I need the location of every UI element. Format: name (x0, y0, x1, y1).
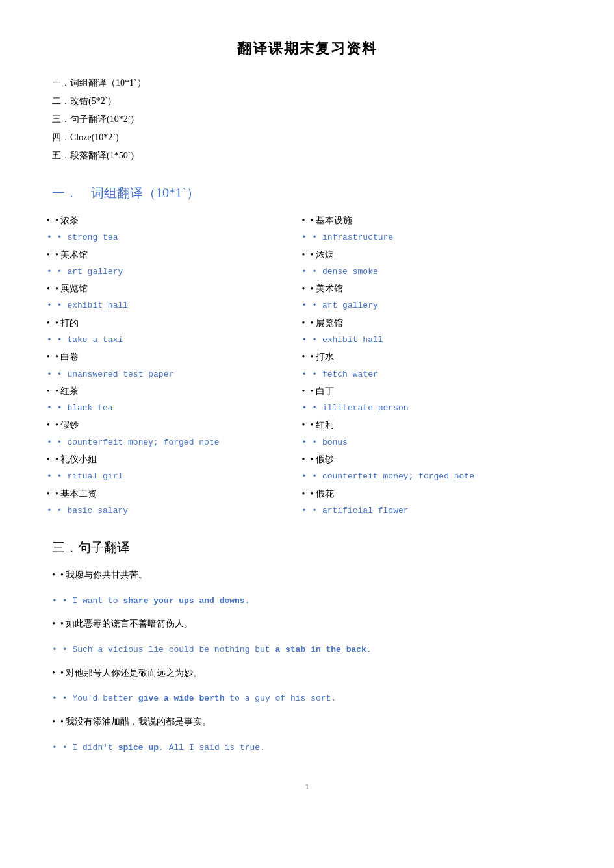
vocab-cn-item: • 白丁 (302, 383, 550, 399)
vocab-cn-item: • 红茶 (47, 383, 294, 399)
vocab-cn-item: • 浓茶 (47, 212, 294, 229)
vocab-cn-item: • 白卷 (47, 349, 294, 365)
sentence-cn-item: • 我愿与你共甘共苦。 (52, 567, 562, 584)
vocab-cn-item: • 打水 (302, 349, 550, 365)
vocab-cn-item: • 展览馆 (302, 315, 550, 331)
vocab-cn-item: • 浓烟 (302, 247, 550, 263)
vocab-en-item: • strong tea (47, 230, 294, 245)
vocab-cn-item: • 礼仪小姐 (47, 451, 294, 467)
page-title: 翻译课期末复习资料 (52, 39, 562, 58)
page-number: 1 (52, 782, 562, 792)
vocab-cn-item: • 基本工资 (47, 486, 294, 502)
section3: 三．句子翻译 • 我愿与你共甘共苦。• I want to share your… (52, 539, 562, 756)
vocab-en-item: • fetch water (302, 367, 550, 382)
vocab-cn-item: • 美术馆 (302, 280, 550, 297)
sentence-cn-item: • 如此恶毒的谎言不善暗箭伤人。 (52, 615, 562, 633)
vocab-en-item: • take a taxi (47, 332, 294, 347)
toc-item-4: 四．Cloze(10*2`) (52, 129, 562, 147)
sentence-highlight: share your ups and downs (123, 596, 244, 606)
vocab-cn-item: • 假钞 (47, 417, 294, 433)
sentence-highlight: give a wide berth (138, 693, 225, 703)
vocab-cn-item: • 假花 (302, 486, 550, 502)
section3-heading: 三．句子翻译 (52, 539, 562, 556)
vocab-en-item: • art gallery (302, 298, 550, 313)
toc-item-3: 三．句子翻译(10*2`) (52, 110, 562, 129)
sentence-highlight: a stab in the back (275, 645, 366, 654)
vocab-en-item: • counterfeit money; forged note (47, 435, 294, 450)
toc-item-2: 二．改错(5*2`) (52, 92, 562, 110)
sentence-cn-item: • 对他那号人你还是敬而远之为妙。 (52, 665, 562, 682)
section1-heading: 一． 词组翻译（10*1`） (52, 184, 562, 202)
vocab-en-item: • art gallery (47, 264, 294, 279)
vocab-en-item: • exhibit hall (302, 332, 550, 347)
vocab-cn-item: • 假钞 (302, 451, 550, 467)
vocab-right-col: • 基本设施• infrastructure• 浓烟• dense smoke•… (307, 212, 563, 519)
vocab-en-item: • ritual girl (47, 469, 294, 484)
vocab-en-item: • black tea (47, 401, 294, 415)
vocab-cn-item: • 基本设施 (302, 212, 550, 229)
sentence-list: • 我愿与你共甘共苦。• I want to share your ups an… (52, 567, 562, 756)
vocab-en-item: • bonus (302, 435, 550, 450)
vocab-en-item: • basic salary (47, 503, 294, 518)
vocab-en-item: • counterfeit money; forged note (302, 469, 550, 484)
vocab-en-item: • illiterate person (302, 401, 550, 415)
toc-item-1: 一．词组翻译（10*1`） (52, 74, 562, 92)
sentence-en-item: • You'd better give a wide berth to a gu… (52, 691, 562, 707)
vocab-cn-item: • 打的 (47, 315, 294, 331)
vocab-en-item: • dense smoke (302, 264, 550, 279)
vocab-left-col: • 浓茶• strong tea• 美术馆• art gallery• 展览馆•… (52, 212, 307, 519)
sentence-en-item: • I want to share your ups and downs. (52, 593, 562, 610)
vocab-en-item: • infrastructure (302, 230, 550, 245)
vocab-cn-item: • 美术馆 (47, 247, 294, 263)
vocab-columns: • 浓茶• strong tea• 美术馆• art gallery• 展览馆•… (52, 212, 562, 519)
sentence-highlight: spice up (118, 743, 159, 752)
sentence-en-item: • Such a vicious lie could be nothing bu… (52, 642, 562, 658)
sentence-cn-item: • 我没有添油加醋，我说的都是事实。 (52, 713, 562, 731)
vocab-cn-item: • 展览馆 (47, 280, 294, 297)
sentence-en-item: • I didn't spice up. All I said is true. (52, 740, 562, 756)
vocab-cn-item: • 红利 (302, 417, 550, 433)
vocab-en-item: • artificial flower (302, 503, 550, 518)
toc-item-5: 五．段落翻译(1*50`) (52, 147, 562, 165)
table-of-contents: 一．词组翻译（10*1`） 二．改错(5*2`) 三．句子翻译(10*2`) 四… (52, 74, 562, 165)
vocab-en-item: • unanswered test paper (47, 367, 294, 382)
vocab-en-item: • exhibit hall (47, 298, 294, 313)
